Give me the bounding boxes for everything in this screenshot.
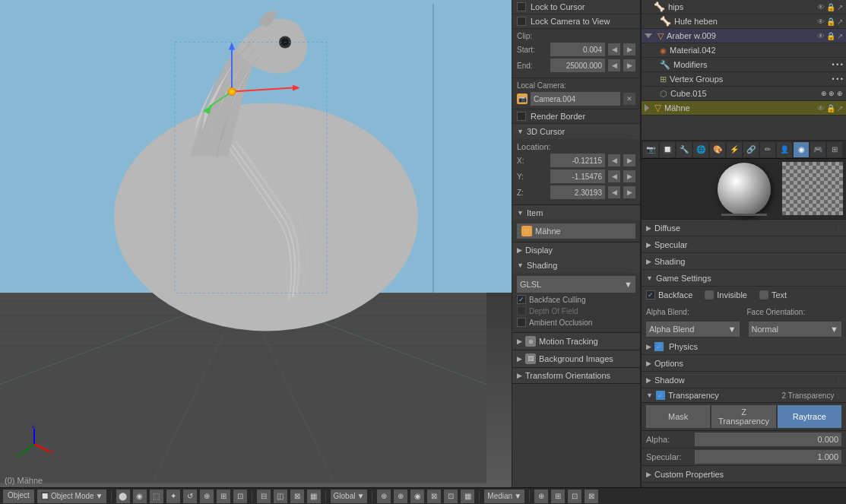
status-icon-12[interactable]: ▦ — [307, 490, 321, 503]
cursor-3d-header[interactable]: ▼ 3D Cursor :: — [512, 124, 640, 139]
visibility-icon-araber[interactable]: 👁 — [817, 32, 825, 40]
glsl-dropdown[interactable]: GLSL ▼ — [517, 276, 635, 293]
cursor-z-increment[interactable]: ▶ — [623, 186, 635, 198]
rp-tool-2[interactable]: 🔲 — [660, 142, 675, 157]
status-icon-7[interactable]: ⊞ — [217, 490, 230, 503]
status-icon-8[interactable]: ⊡ — [233, 490, 247, 503]
outliner-item-mahne[interactable]: ▽ Mähne 👁 🔒 ↗ — [642, 101, 846, 116]
rp-tool-11[interactable]: 🎮 — [810, 142, 825, 157]
transparency-header[interactable]: ▼ Transparency 2 Transparency :: — [642, 388, 846, 403]
rp-tool-5[interactable]: 🎨 — [710, 142, 725, 157]
viewport[interactable]: (0) Mähne X Z Y — [0, 0, 512, 487]
cursor-y-increment[interactable]: ▶ — [623, 170, 635, 182]
outliner-item-hufe[interactable]: 🦴 Hufe heben 👁 🔒 ↗ — [642, 14, 846, 29]
rp-tool-4[interactable]: 🌐 — [693, 142, 708, 157]
rp-tool-3[interactable]: 🔧 — [676, 142, 692, 157]
lock-camera-checkbox[interactable] — [517, 17, 526, 26]
options-section-header[interactable]: ▶ Options :: — [642, 355, 846, 372]
cursor-z-field[interactable]: 2.30193 — [550, 185, 605, 199]
median-dropdown[interactable]: Median ▼ — [484, 490, 524, 503]
visibility-icon-mahne[interactable]: 👁 — [817, 104, 825, 113]
physics-checkbox[interactable] — [654, 342, 664, 351]
rp-tool-9[interactable]: 👤 — [777, 142, 792, 157]
diffuse-section-header[interactable]: ▶ Diffuse :: — [642, 220, 846, 236]
status-icon-4[interactable]: ✦ — [166, 490, 180, 503]
status-icon-10[interactable]: ◫ — [274, 490, 287, 503]
outliner-item-cube[interactable]: ⬡ Cube.015 ⊕ ⊕ ⊕ — [642, 87, 846, 101]
outliner-item-hips[interactable]: 🦴 hips 👁 🔒 ↗ — [642, 0, 846, 14]
outliner-item-araber[interactable]: ▽ Araber w.009 👁 🔒 ↗ — [642, 29, 846, 43]
expand-araber[interactable] — [645, 33, 652, 38]
status-icon-15[interactable]: ◉ — [410, 490, 424, 503]
clip-end-increment[interactable]: ▶ — [623, 59, 635, 71]
outliner-item-modifiers[interactable]: 🔧 Modifiers • • • — [642, 58, 846, 72]
clip-end-decrement[interactable]: ◀ — [608, 59, 620, 71]
shadow-section-header[interactable]: ▶ Shadow :: — [642, 372, 846, 388]
outliner-item-material[interactable]: ◉ Material.042 — [642, 43, 846, 58]
status-icon-3[interactable]: ⬚ — [150, 490, 163, 503]
status-icon-9[interactable]: ⊟ — [257, 490, 271, 503]
alpha-field[interactable]: 0.000 — [695, 433, 841, 446]
specular-section-header[interactable]: ▶ Specular :: — [642, 236, 846, 253]
cursor-x-field[interactable]: -0.12115 — [550, 154, 605, 167]
rp-tool-mat[interactable]: ◉ — [794, 142, 809, 157]
status-icon-13[interactable]: ⊕ — [377, 490, 391, 503]
preview-slider[interactable] — [721, 214, 767, 216]
outliner-item-vgroups[interactable]: ⊞ Vertex Groups • • • — [642, 72, 846, 87]
rp-tool-6[interactable]: ⚡ — [727, 142, 742, 157]
status-icon-16[interactable]: ⊠ — [427, 490, 441, 503]
shading-mat-section-header[interactable]: ▶ Shading :: — [642, 253, 846, 270]
status-icon-2[interactable]: ◉ — [133, 490, 147, 503]
status-icon-19[interactable]: ⊕ — [534, 490, 548, 503]
specular-field[interactable]: 1.000 — [695, 450, 841, 464]
render-icon-araber[interactable]: 🔒 — [826, 32, 835, 40]
render-icon-hufe[interactable]: 🔒 — [826, 17, 835, 26]
status-icon-1[interactable]: ⬤ — [116, 490, 130, 503]
physics-section-header[interactable]: ▶ Physics :: — [642, 338, 846, 355]
text-checkbox[interactable] — [759, 290, 768, 300]
rp-tool-8[interactable]: ✏ — [760, 142, 775, 157]
shading-header[interactable]: ▼ Shading :: — [512, 258, 640, 273]
depth-of-field-checkbox[interactable] — [517, 306, 526, 315]
transform-orientations-header[interactable]: ▶ Transform Orientations :: — [512, 368, 640, 383]
ambient-occlusion-checkbox[interactable] — [517, 318, 526, 327]
rp-tool-1[interactable]: 📷 — [643, 142, 658, 157]
status-icon-20[interactable]: ⊞ — [551, 490, 565, 503]
local-camera-field[interactable]: Camera.004 — [531, 92, 620, 106]
backface-culling-checkbox[interactable] — [517, 295, 526, 304]
display-header[interactable]: ▶ Display :: — [512, 242, 640, 258]
clip-start-decrement[interactable]: ◀ — [608, 43, 620, 55]
face-orientation-dropdown[interactable]: Normal ▼ — [749, 322, 842, 337]
status-icon-22[interactable]: ⊠ — [585, 490, 598, 503]
cursor-x-decrement[interactable]: ◀ — [608, 154, 620, 166]
z-transparency-button[interactable]: Z Transparency — [711, 405, 775, 428]
invisible-checkbox[interactable] — [705, 290, 714, 300]
cursor-y-decrement[interactable]: ◀ — [608, 170, 620, 182]
object-mode-label[interactable]: Object — [3, 490, 34, 503]
status-icon-14[interactable]: ⊕ — [394, 490, 407, 503]
game-settings-header[interactable]: ▼ Game Settings :: — [642, 270, 846, 287]
clip-end-field[interactable]: 25000.000 — [550, 59, 605, 72]
clip-start-increment[interactable]: ▶ — [623, 43, 635, 55]
clip-start-field[interactable]: 0.004 — [550, 43, 605, 56]
rp-tool-12[interactable]: ⊞ — [827, 142, 842, 157]
global-dropdown[interactable]: Global ▼ — [331, 490, 368, 503]
status-icon-18[interactable]: ▦ — [461, 490, 474, 503]
mask-button[interactable]: Mask — [646, 405, 710, 428]
item-header[interactable]: ▼ Item :: — [512, 205, 640, 220]
status-icon-5[interactable]: ↺ — [183, 490, 197, 503]
visibility-icon-hips[interactable]: 👁 — [817, 3, 825, 11]
visibility-icon-hufe[interactable]: 👁 — [817, 17, 825, 26]
custom-properties-header[interactable]: ▶ Custom Properties :: — [642, 466, 846, 483]
raytrace-button[interactable]: Raytrace — [778, 405, 841, 428]
transparency-checkbox[interactable] — [656, 391, 665, 400]
item-name-value[interactable]: Mähne — [535, 227, 631, 236]
backface-checkbox[interactable] — [646, 290, 655, 300]
rp-tool-7[interactable]: 🔗 — [743, 142, 759, 157]
lock-to-cursor-checkbox[interactable] — [517, 2, 526, 11]
cursor-x-increment[interactable]: ▶ — [623, 154, 635, 166]
render-icon-hips[interactable]: 🔒 — [826, 3, 835, 11]
alpha-blend-dropdown[interactable]: Alpha Blend ▼ — [646, 322, 740, 337]
status-icon-21[interactable]: ⊡ — [568, 490, 581, 503]
cursor-y-field[interactable]: -1.15476 — [550, 170, 605, 183]
